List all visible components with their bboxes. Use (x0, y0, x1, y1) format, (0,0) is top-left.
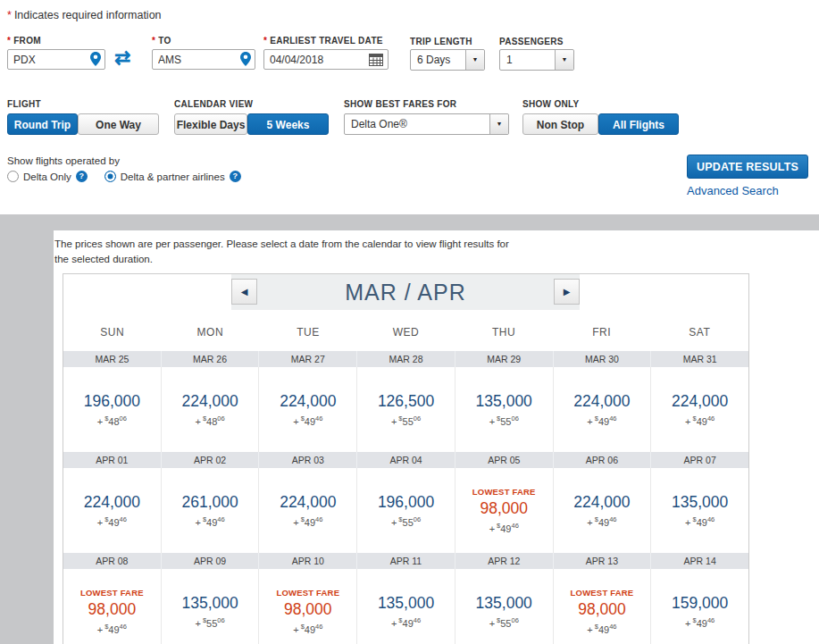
tax-dollars: 49 (598, 624, 609, 635)
calendar-icon[interactable] (369, 54, 383, 66)
advanced-search-link[interactable]: Advanced Search (687, 184, 779, 197)
date-label: APR 10 (259, 553, 357, 569)
one-way-button[interactable]: One Way (78, 113, 159, 135)
fare-cell[interactable]: 196,000+$5506 (357, 468, 455, 553)
help-icon[interactable]: ? (230, 171, 241, 182)
fare-taxes: +$4946 (293, 623, 322, 635)
fare-cell[interactable]: 224,000+$4946 (259, 367, 357, 452)
fare-cell[interactable]: 224,000+$4946 (63, 468, 162, 553)
date-label: MAR 31 (651, 351, 748, 367)
date-label: APR 01 (63, 452, 162, 468)
tax-cents: 46 (315, 623, 322, 631)
next-weeks-button[interactable]: ▶ (554, 279, 580, 305)
radio-delta-partner-airlines[interactable] (104, 171, 116, 182)
fare-cell[interactable]: LOWEST FARE98,000+$4946 (259, 569, 357, 644)
fare-miles: 196,000 (84, 392, 140, 411)
tax-cents: 46 (609, 414, 616, 422)
month-title: MAR / APR (231, 274, 580, 310)
tax-dollars: 55 (500, 416, 511, 427)
lowest-fare-label: LOWEST FARE (276, 588, 339, 598)
tax-dollars: 55 (500, 618, 511, 629)
help-icon[interactable]: ? (76, 171, 88, 182)
calendar-day-headers: SUNMONTUEWEDTHUFRISAT (63, 310, 748, 351)
calendar-weeks: MAR 25MAR 26MAR 27MAR 28MAR 29MAR 30MAR … (63, 351, 748, 644)
plus-sign: + (195, 416, 200, 427)
fare-miles: 159,000 (672, 594, 728, 613)
tax-cents: 46 (609, 623, 616, 631)
fare-cell[interactable]: 135,000+$5506 (455, 569, 554, 644)
non-stop-button[interactable]: Non Stop (522, 113, 598, 135)
plus-sign: + (293, 624, 298, 635)
fare-cell[interactable]: LOWEST FARE98,000+$4946 (63, 569, 162, 644)
radio-delta-only-label[interactable]: Delta Only (23, 171, 71, 182)
travel-date-field-label: *EARLIEST TRAVEL DATE (263, 36, 383, 46)
trip-length-select[interactable]: 6 Days ▼ (410, 49, 485, 71)
fare-cell[interactable]: 135,000+$5506 (162, 569, 260, 644)
plus-sign: + (489, 618, 495, 629)
swap-origin-destination-icon[interactable]: ⇄ (114, 46, 130, 70)
fare-taxes: +$4946 (489, 522, 519, 534)
week-date-bar: APR 01APR 02APR 03APR 04APR 05APR 06APR … (63, 452, 748, 468)
to-field-label: *TO (152, 36, 171, 46)
required-note: *Indicates required information (7, 9, 162, 21)
fare-taxes: +$4946 (685, 515, 715, 528)
date-label: APR 12 (455, 553, 554, 569)
dropdown-arrow-icon: ▼ (489, 114, 508, 134)
tax-cents: 46 (707, 616, 715, 624)
fare-miles: 135,000 (476, 594, 532, 613)
fare-cell[interactable]: 224,000+$4946 (651, 367, 748, 452)
update-results-button[interactable]: UPDATE RESULTS (687, 155, 808, 179)
fare-miles: 224,000 (573, 493, 630, 512)
fare-cell[interactable]: 224,000+$4946 (554, 468, 652, 553)
fare-miles: 224,000 (280, 493, 336, 512)
date-label: APR 04 (357, 452, 455, 468)
from-label-text: FROM (13, 36, 41, 46)
trip-length-value: 6 Days (417, 50, 450, 70)
five-weeks-button[interactable]: 5 Weeks (247, 113, 329, 135)
plus-sign: + (97, 624, 103, 635)
passengers-value: 1 (506, 50, 513, 70)
round-trip-button[interactable]: Round Trip (7, 113, 78, 135)
fare-taxes: +$4946 (685, 616, 715, 629)
fare-cell[interactable]: 224,000+$4946 (259, 468, 357, 553)
fare-cell[interactable]: 196,000+$4806 (63, 367, 162, 452)
fare-cell[interactable]: 135,000+$4946 (651, 468, 748, 553)
fare-cell[interactable]: LOWEST FARE98,000+$4946 (554, 569, 652, 644)
show-only-field-label: SHOW ONLY (522, 99, 579, 109)
best-fares-select[interactable]: Delta One® ▼ (344, 113, 509, 135)
fare-cell[interactable]: 159,000+$4946 (651, 569, 748, 644)
flexible-days-button[interactable]: Flexible Days (174, 113, 247, 135)
plus-sign: + (587, 624, 592, 635)
tax-dollars: 49 (108, 624, 119, 635)
fare-cell[interactable]: LOWEST FARE98,000+$4946 (455, 468, 554, 553)
fare-cell[interactable]: 224,000+$4946 (554, 367, 652, 452)
week-date-bar: APR 08APR 09APR 10APR 11APR 12APR 13APR … (63, 553, 748, 569)
tax-cents: 46 (120, 515, 127, 523)
week-date-bar: MAR 25MAR 26MAR 27MAR 28MAR 29MAR 30MAR … (63, 351, 748, 367)
date-label: MAR 25 (63, 351, 162, 367)
calendar-view-field-label: CALENDAR VIEW (174, 99, 253, 109)
date-label: APR 06 (554, 452, 652, 468)
date-label: MAR 28 (357, 351, 455, 367)
fare-miles: 98,000 (284, 600, 332, 619)
day-header: MON (162, 310, 260, 351)
all-flights-button[interactable]: All Flights (598, 113, 679, 135)
fare-taxes: +$4946 (685, 414, 715, 427)
date-label: APR 14 (651, 553, 748, 569)
fare-cell[interactable]: 261,000+$4946 (162, 468, 260, 553)
from-field-label: *FROM (7, 36, 41, 46)
fare-cell[interactable]: 135,000+$4946 (357, 569, 455, 644)
fare-cell[interactable]: 135,000+$5506 (455, 367, 554, 452)
radio-delta-partner-airlines-label[interactable]: Delta & partner airlines (121, 171, 225, 182)
fare-miles: 224,000 (573, 392, 630, 411)
radio-delta-only[interactable] (7, 171, 19, 182)
location-pin-icon[interactable] (90, 52, 101, 66)
fare-cell[interactable]: 126,500+$5506 (357, 367, 455, 452)
fare-cell[interactable]: 224,000+$4806 (162, 367, 260, 452)
tax-dollars: 49 (206, 517, 217, 528)
location-pin-icon[interactable] (240, 52, 251, 66)
tax-dollars: 49 (598, 517, 609, 528)
tax-cents: 06 (511, 414, 518, 422)
date-label: MAR 30 (554, 351, 652, 367)
passengers-select[interactable]: 1 ▼ (499, 49, 574, 71)
